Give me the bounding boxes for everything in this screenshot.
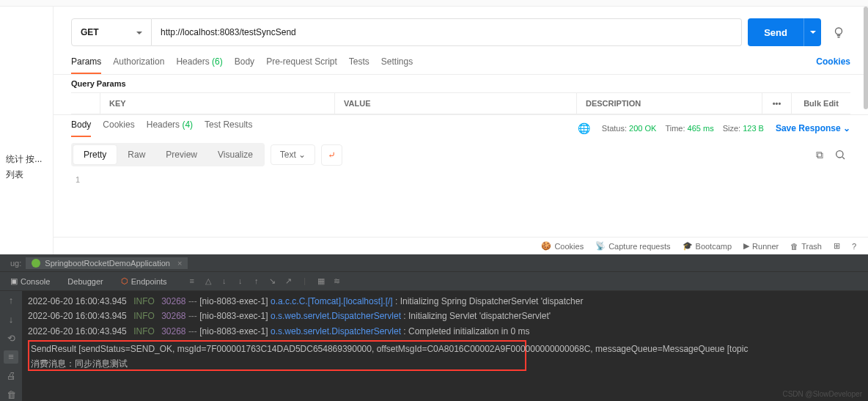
- format-visualize[interactable]: Visualize: [207, 144, 263, 165]
- footer-bootcamp[interactable]: 🎓 Bootcamp: [683, 241, 732, 251]
- response-tab-headers[interactable]: Headers (4): [147, 119, 193, 137]
- format-pretty[interactable]: Pretty: [73, 144, 117, 165]
- gutter-icon[interactable]: 🖨: [4, 369, 18, 383]
- col-description: DESCRIPTION: [577, 93, 762, 114]
- tool-icon[interactable]: △: [202, 276, 214, 286]
- sidebar-item[interactable]: 统计 按...: [6, 153, 47, 166]
- cookies-link[interactable]: Cookies: [816, 56, 850, 73]
- format-type-select[interactable]: Text ⌄: [271, 144, 315, 165]
- copy-icon[interactable]: ⧉: [809, 144, 830, 165]
- col-key: KEY: [100, 93, 335, 114]
- close-icon[interactable]: ×: [177, 259, 182, 268]
- gutter-icon[interactable]: ⟲: [4, 331, 18, 345]
- footer-cookies[interactable]: 🍪 Cookies: [541, 241, 584, 251]
- response-tab-cookies[interactable]: Cookies: [103, 119, 134, 137]
- tab-tests[interactable]: Tests: [349, 56, 369, 74]
- http-method-select[interactable]: GET: [71, 18, 152, 46]
- scrollbar[interactable]: [864, 7, 868, 109]
- hint-bulb-icon[interactable]: [827, 18, 850, 46]
- wrap-lines-button[interactable]: ⤶: [321, 144, 342, 166]
- send-more-button[interactable]: [803, 18, 821, 46]
- line-number: 1: [71, 175, 89, 184]
- format-raw[interactable]: Raw: [117, 144, 155, 165]
- tool-icon[interactable]: ↘: [267, 276, 279, 286]
- tool-icon[interactable]: ↓: [235, 276, 246, 286]
- tool-debugger[interactable]: Debugger: [63, 277, 107, 286]
- col-value: VALUE: [335, 93, 577, 114]
- footer-capture[interactable]: 📡 Capture requests: [595, 241, 670, 251]
- tab-body[interactable]: Body: [235, 56, 254, 74]
- tool-console[interactable]: ▣ Console: [6, 276, 54, 286]
- console-output[interactable]: 2022-06-20 16:00:43.945 INFO 30268 --- […: [22, 291, 868, 401]
- svg-point-1: [836, 151, 843, 158]
- tab-params[interactable]: Params: [71, 56, 101, 74]
- url-input[interactable]: [152, 18, 742, 46]
- tool-icon[interactable]: ↑: [251, 276, 262, 286]
- response-status: Status: 200 OK Time: 465 ms Size: 123 B: [602, 124, 764, 133]
- tool-endpoints[interactable]: ⬡ Endpoints: [117, 276, 172, 286]
- footer-panels-icon[interactable]: ⊞: [834, 241, 840, 251]
- params-table-header: KEY VALUE DESCRIPTION ••• Bulk Edit: [71, 92, 850, 114]
- tab-prerequest[interactable]: Pre-request Script: [266, 56, 337, 74]
- tool-icon[interactable]: ↗: [283, 276, 295, 286]
- tool-icon[interactable]: ≋: [331, 276, 343, 286]
- tool-icon[interactable]: ▦: [315, 276, 327, 286]
- left-sidebar: 统计 按... 列表: [0, 7, 54, 254]
- gutter-icon[interactable]: ≡: [4, 350, 18, 364]
- globe-icon[interactable]: 🌐: [578, 122, 590, 134]
- gutter-icon[interactable]: 🗑: [4, 388, 18, 401]
- gutter-icon[interactable]: ↓: [4, 313, 18, 326]
- more-options-icon[interactable]: •••: [762, 93, 792, 114]
- response-body[interactable]: 1: [54, 172, 868, 187]
- tab-authorization[interactable]: Authorization: [113, 56, 164, 74]
- footer-trash[interactable]: 🗑 Trash: [790, 242, 822, 251]
- watermark: CSDN @SlowDeveloper: [782, 390, 862, 398]
- footer-help-icon[interactable]: ?: [852, 242, 856, 251]
- send-button[interactable]: Send: [748, 18, 803, 46]
- search-icon[interactable]: [830, 144, 850, 165]
- tab-settings[interactable]: Settings: [381, 56, 413, 74]
- query-params-label: Query Params: [54, 75, 868, 92]
- sidebar-item[interactable]: 列表: [6, 169, 47, 181]
- spring-icon: [32, 259, 40, 268]
- footer-runner[interactable]: ▶ Runner: [743, 241, 779, 251]
- response-tab-tests[interactable]: Test Results: [205, 119, 252, 137]
- run-config-tab[interactable]: SpringbootRocketDemoApplication ×: [26, 257, 188, 269]
- response-tab-body[interactable]: Body: [71, 119, 91, 137]
- svg-point-0: [836, 28, 842, 34]
- tool-icon[interactable]: ↓: [218, 276, 230, 286]
- bulk-edit-button[interactable]: Bulk Edit: [792, 93, 850, 114]
- ide-panel: ug: SpringbootRocketDemoApplication × ▣ …: [0, 254, 868, 401]
- gutter-icon[interactable]: ↑: [4, 294, 18, 307]
- tab-headers[interactable]: Headers (6): [176, 56, 222, 74]
- format-preview[interactable]: Preview: [155, 144, 207, 165]
- tool-icon[interactable]: ≡: [186, 276, 198, 286]
- debug-label: ug:: [6, 259, 26, 268]
- save-response-button[interactable]: Save Response ⌄: [776, 123, 850, 133]
